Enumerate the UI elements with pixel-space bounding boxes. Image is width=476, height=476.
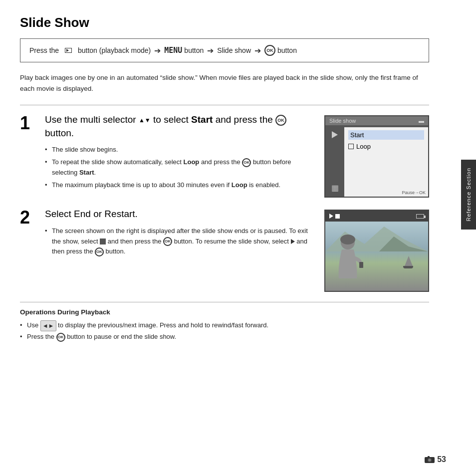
ok-btn-4: OK — [95, 247, 104, 256]
op-bullet-2: Press the OK button to pause or end the … — [20, 331, 429, 342]
operations-list: Use ◄► to display the previous/next imag… — [20, 320, 429, 342]
camera-screen-2 — [324, 210, 429, 292]
playback-icon — [65, 48, 72, 53]
screen-play-tri — [332, 131, 338, 138]
menu-start: Start — [348, 130, 424, 140]
nav-button-text3: button — [277, 46, 297, 54]
op-bullet-1: Use ◄► to display the previous/next imag… — [20, 320, 429, 331]
screen-2 — [324, 210, 429, 292]
operations-section: Operations During Playback Use ◄► to dis… — [20, 302, 429, 342]
operations-title: Operations During Playback — [20, 308, 429, 316]
screen-header-1: Slide show ▬ — [325, 116, 428, 125]
step-1-bullets: The slide show begins. To repeat the sli… — [45, 145, 316, 190]
play-icon — [291, 239, 295, 244]
bullet-2-1: The screen shown on the right is display… — [45, 226, 316, 257]
nav-prefix: Press the — [29, 46, 59, 54]
step-1-content: Use the multi selector ▲▼ to select Star… — [45, 113, 324, 192]
bullet-1-1: The slide show begins. — [45, 145, 316, 155]
stop-sq — [335, 214, 340, 219]
person-silhouette — [333, 234, 370, 291]
ok-icon: OK — [264, 45, 275, 56]
arrow-3: ➔ — [254, 46, 261, 55]
page-title: Slide Show — [20, 15, 429, 30]
screen-menu: Start Loop Pause→OK — [344, 127, 428, 197]
ok-btn-3: OK — [163, 237, 172, 246]
up-down-icon: ▲▼ — [139, 116, 151, 125]
nav-button-text: button (playback mode) — [78, 46, 151, 54]
svg-rect-8 — [428, 456, 430, 458]
step-2-content: Select End or Restart. The screen shown … — [45, 208, 324, 259]
reference-tab-text: Reference Section — [466, 168, 472, 222]
boat-hull — [403, 266, 413, 268]
lr-arrows-icon: ◄► — [40, 320, 56, 331]
divider-1 — [20, 105, 429, 105]
menu-loop: Loop — [348, 143, 424, 150]
svg-rect-4 — [359, 262, 363, 268]
svg-point-3 — [340, 235, 355, 244]
page-number-area: 53 — [424, 455, 446, 464]
main-content: Slide Show Press the button (playback mo… — [0, 0, 449, 357]
boat-sail — [405, 256, 413, 266]
bullet-1-3: The maximum playback time is up to about… — [45, 180, 316, 191]
step-2-heading: Select End or Restart. — [45, 208, 316, 221]
slideshow-label: Slide show — [217, 46, 251, 54]
bullet-1-2: To repeat the slide show automatically, … — [45, 157, 316, 178]
menu-label: MENU — [164, 46, 182, 55]
step-1-section: 1 Use the multi selector ▲▼ to select St… — [20, 113, 429, 198]
intro-text: Play back images one by one in an automa… — [20, 72, 429, 94]
walk-icon: ▦ — [331, 183, 339, 193]
screen-1: Slide show ▬ ▦ Start Loop Pause→OK — [324, 115, 429, 198]
step-2-section: 2 Select End or Restart. The screen show… — [20, 208, 429, 292]
camera-icon — [424, 456, 435, 464]
page-number-text: 53 — [437, 455, 446, 464]
nav-button-text2: button — [184, 46, 204, 54]
screen-left-panel: ▦ — [325, 127, 344, 197]
camera-screen-1: Slide show ▬ ▦ Start Loop Pause→OK — [324, 115, 429, 198]
pause-hint: Pause→OK — [402, 190, 426, 195]
play-stop-icons — [329, 214, 340, 219]
stop-icon — [100, 238, 106, 244]
svg-point-7 — [429, 459, 431, 462]
ok-btn-2: OK — [242, 158, 251, 167]
battery-icon — [416, 214, 424, 219]
step-2-bullets: The screen shown on the right is display… — [45, 226, 316, 257]
screen-title-1: Slide show — [329, 118, 356, 124]
arrow-2: ➔ — [207, 46, 214, 55]
arrow-1: ➔ — [154, 46, 161, 55]
step-2-number: 2 — [20, 209, 45, 227]
start-label: Start — [191, 114, 213, 125]
sailboat — [403, 266, 413, 268]
reference-tab: Reference Section — [461, 160, 476, 230]
step-1-number: 1 — [20, 114, 45, 132]
screen-topbar — [325, 211, 428, 222]
nav-box: Press the button (playback mode) ➔ MENU … — [20, 38, 429, 62]
ok-btn-5: OK — [56, 333, 65, 342]
battery-1: ▬ — [419, 118, 424, 124]
ok-btn-1: OK — [275, 115, 286, 126]
step-1-heading: Use the multi selector ▲▼ to select Star… — [45, 113, 316, 140]
loop-checkbox — [348, 144, 354, 149]
play-tri-white — [329, 214, 333, 219]
landscape-art — [325, 222, 428, 291]
loop-label: Loop — [356, 143, 371, 150]
